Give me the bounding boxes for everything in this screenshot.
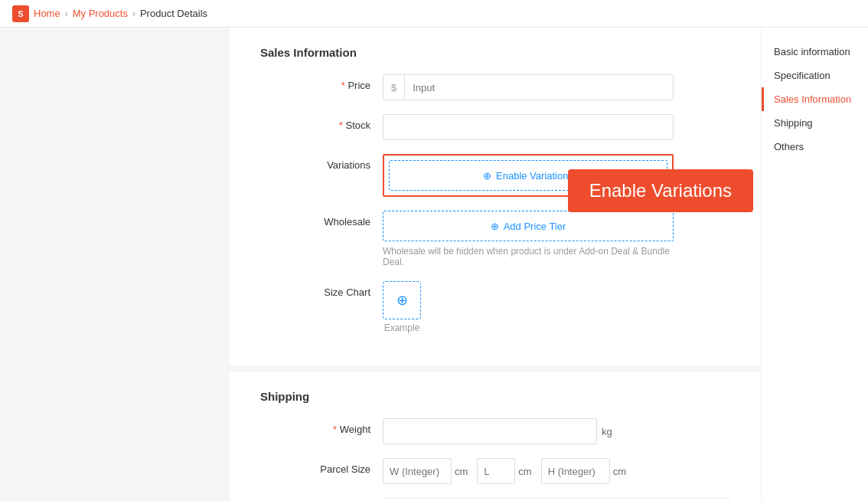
plus-circle-icon-3: ⊕ [396, 292, 408, 309]
breadcrumb-sep-2: › [132, 8, 135, 19]
enable-variations-label: Enable Variations [496, 170, 573, 182]
stock-row: Stock 0 [260, 114, 730, 140]
add-price-tier-label: Add Price Tier [504, 221, 566, 232]
stock-input-wrap: 0 [383, 114, 674, 140]
header: S Home › My Products › Product Details [0, 0, 868, 28]
size-chart-control-wrap: ⊕ Example [383, 281, 421, 333]
price-input[interactable] [405, 82, 673, 93]
nav-shipping[interactable]: Shipping [762, 111, 868, 135]
parcel-height-unit: cm [613, 466, 626, 477]
size-chart-label: Size Chart [260, 281, 383, 298]
enable-variations-overlay: Enable Variations [568, 169, 753, 212]
right-sidebar-nav: Basic information Specification Sales In… [761, 28, 868, 501]
shipping-fee-row: Shipping Fee Ninja Van (Home Delivery) (… [260, 498, 730, 501]
price-row: Price $ [260, 74, 730, 100]
parcel-length-unit: cm [518, 466, 531, 477]
weight-row: Weight 1.0 kg [260, 418, 730, 444]
wholesale-label: Wholesale [260, 211, 383, 228]
nav-sales-information[interactable]: Sales Information [762, 87, 868, 111]
left-sidebar [0, 28, 230, 501]
nav-others[interactable]: Others [762, 135, 868, 159]
weight-input[interactable]: 1.0 [383, 418, 597, 444]
weight-input-wrap: 1.0 kg [383, 418, 612, 444]
shipping-fee-table: Ninja Van (Home Delivery) (max 30kg) SHO… [383, 498, 730, 501]
breadcrumb-home[interactable]: Home [34, 8, 60, 19]
add-price-tier-button[interactable]: ⊕ Add Price Tier [383, 211, 674, 241]
plus-circle-icon-2: ⊕ [491, 221, 499, 232]
nav-basic-information[interactable]: Basic information [762, 40, 868, 64]
shipping-fee-label: Shipping Fee [260, 498, 383, 501]
nav-specification[interactable]: Specification [762, 64, 868, 87]
shipping-section-title: Shipping [260, 390, 730, 403]
parcel-width-unit: cm [455, 466, 468, 477]
size-chart-row: Size Chart ⊕ Example [260, 281, 730, 333]
breadcrumb-product-details: Product Details [140, 8, 207, 19]
price-input-wrap: $ [383, 74, 674, 100]
parcel-size-row: Parcel Size cm cm cm [260, 458, 730, 484]
parcel-size-wrap: cm cm cm [383, 458, 632, 484]
size-chart-upload-button[interactable]: ⊕ [383, 281, 421, 319]
shipping-section: Shipping Weight 1.0 kg Parcel Size cm cm [230, 372, 761, 501]
parcel-length-input[interactable] [477, 458, 515, 484]
stock-label: Stock [260, 114, 383, 131]
price-input-container: $ [383, 74, 674, 100]
parcel-width-input[interactable] [383, 458, 452, 484]
price-label: Price [260, 74, 383, 91]
breadcrumb-my-products[interactable]: My Products [73, 8, 128, 19]
wholesale-control-wrap: ⊕ Add Price Tier Wholesale will be hidde… [383, 211, 674, 267]
parcel-height-input[interactable] [541, 458, 610, 484]
shopee-logo-icon: S [12, 5, 29, 22]
content-area: Sales Information Price $ Stock 0 [230, 28, 761, 501]
plus-circle-icon: ⊕ [483, 170, 491, 182]
wholesale-row: Wholesale ⊕ Add Price Tier Wholesale wil… [260, 211, 730, 267]
weight-unit: kg [602, 426, 612, 437]
sales-section-title: Sales Information [260, 46, 730, 59]
breadcrumb-sep-1: › [65, 8, 68, 19]
size-chart-example-label: Example [383, 323, 421, 333]
main-layout: Sales Information Price $ Stock 0 [0, 28, 868, 501]
weight-label: Weight [260, 418, 383, 435]
svg-text:S: S [18, 9, 23, 18]
variations-label: Variations [260, 154, 383, 171]
wholesale-note: Wholesale will be hidden when product is… [383, 246, 674, 267]
stock-input[interactable]: 0 [383, 114, 674, 140]
parcel-size-label: Parcel Size [260, 458, 383, 475]
price-prefix: $ [383, 75, 405, 100]
